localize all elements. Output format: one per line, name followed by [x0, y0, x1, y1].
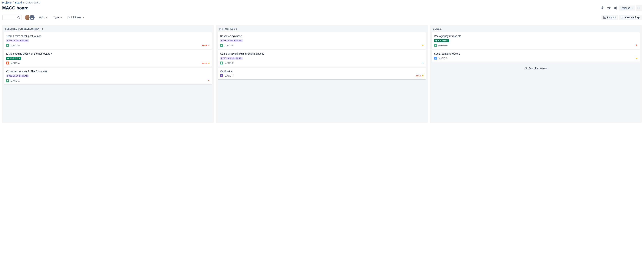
settings-icon: [621, 16, 624, 19]
chevron-down-icon: [82, 16, 84, 19]
epic-filter[interactable]: Epic: [38, 15, 49, 20]
search-icon: [17, 16, 20, 19]
quick-filters[interactable]: Quick filters: [66, 15, 86, 20]
issue-key[interactable]: MACC-7: [224, 75, 234, 77]
issue-card[interactable]: Social content: Week 2MACC-3: [432, 50, 640, 62]
issue-key[interactable]: MACC-1: [10, 79, 20, 82]
svg-point-9: [622, 18, 622, 18]
svg-point-10: [525, 67, 527, 69]
star-icon[interactable]: [606, 5, 612, 11]
column-header: IN PROGRESS 3: [217, 27, 427, 33]
story-icon: [6, 79, 9, 82]
epic-label[interactable]: QUICK WINS: [6, 57, 21, 60]
svg-point-3: [638, 8, 638, 8]
card-title: Comp. Analysis: Multifunctional spaces: [220, 52, 424, 55]
avatar-unassigned[interactable]: [29, 15, 35, 20]
type-filter[interactable]: Type: [52, 15, 64, 20]
card-title: Team health check post-launch: [6, 35, 210, 38]
issue-key[interactable]: MACC-2: [224, 62, 234, 65]
epic-label[interactable]: FY23 LAUNCH PLAN: [6, 75, 29, 77]
card-title: Quick wins: [220, 70, 424, 73]
task-icon: [434, 57, 437, 60]
insights-icon: [603, 16, 606, 19]
insights-button[interactable]: Insights: [602, 15, 618, 20]
priority-icon: [421, 44, 424, 47]
automation-icon[interactable]: [600, 5, 605, 11]
story-icon: [6, 44, 9, 47]
issue-key[interactable]: MACC-5: [10, 44, 20, 47]
priority-icon: [635, 57, 638, 59]
breadcrumb-separator: /: [23, 1, 24, 4]
breadcrumb-separator: /: [13, 1, 14, 4]
more-icon[interactable]: [636, 5, 642, 11]
issue-card[interactable]: Comp. Analysis: Multifunctional spacesFY…: [218, 50, 426, 67]
issue-key[interactable]: MACC-8: [224, 44, 234, 47]
svg-point-7: [32, 17, 32, 18]
breadcrumb-current: MACC board: [26, 1, 40, 4]
svg-point-5: [640, 8, 640, 8]
chevron-down-icon: [631, 7, 634, 9]
epic-label[interactable]: FY23 LAUNCH PLAN: [220, 57, 243, 60]
story-icon: [220, 62, 223, 65]
priority-icon: [421, 62, 424, 64]
issue-key[interactable]: MACC-6: [438, 44, 448, 47]
breadcrumb: Projects / Board / MACC board: [2, 1, 642, 4]
priority-icon: [208, 62, 210, 64]
epic-icon: ⚡: [220, 74, 223, 77]
column-header: DONE 2: [431, 27, 641, 33]
svg-point-8: [623, 17, 623, 17]
svg-point-0: [616, 7, 617, 8]
issue-card[interactable]: Is the padding dodgy on the homepage?!QU…: [4, 50, 212, 67]
card-title: Customer persona 1: The Commuter: [6, 70, 210, 73]
epic-label[interactable]: QUICK WINS: [434, 39, 449, 42]
see-older-issues[interactable]: See older issues: [431, 67, 641, 70]
breadcrumb-board[interactable]: Board: [15, 1, 22, 4]
issue-card[interactable]: Team health check post-launchFY23 LAUNCH…: [4, 33, 212, 49]
bug-icon: [6, 62, 9, 65]
issue-card[interactable]: Quick wins⚡MACC-7: [218, 68, 426, 79]
board-column: IN PROGRESS 3Research synthesisFY23 LAUN…: [216, 25, 428, 123]
share-icon[interactable]: [612, 5, 618, 11]
story-icon: [220, 44, 223, 47]
avatar-group[interactable]: [24, 15, 35, 20]
svg-point-6: [18, 17, 19, 18]
epic-label[interactable]: FY23 LAUNCH PLAN: [6, 39, 29, 42]
card-title: Research synthesis: [220, 35, 424, 38]
issue-card[interactable]: Photography refresh plsQUICK WINSMACC-6: [432, 33, 640, 49]
svg-point-1: [614, 8, 615, 9]
svg-point-2: [616, 9, 617, 10]
breadcrumb-projects[interactable]: Projects: [2, 1, 12, 4]
column-header: SELECTED FOR DEVELOPMENT 3: [3, 27, 213, 33]
chevron-down-icon: [45, 16, 48, 19]
story-icon: [434, 44, 437, 47]
card-title: Photography refresh pls: [434, 35, 638, 38]
sprint-dots-icon: [202, 45, 207, 46]
search-input[interactable]: [2, 15, 22, 20]
priority-icon: [208, 79, 210, 82]
view-settings-button[interactable]: View settings: [619, 15, 642, 20]
chevron-down-icon: [60, 16, 62, 19]
priority-icon: [208, 44, 210, 47]
card-title: Is the padding dodgy on the homepage?!: [6, 52, 210, 55]
epic-label[interactable]: FY23 LAUNCH PLAN: [220, 39, 243, 42]
priority-icon: [635, 44, 638, 47]
svg-point-4: [639, 8, 639, 8]
search-icon: [524, 67, 528, 70]
board-column: SELECTED FOR DEVELOPMENT 3Team health ch…: [2, 25, 214, 123]
page-title: MACC board: [2, 6, 28, 11]
issue-key[interactable]: MACC-4: [10, 62, 20, 65]
sprint-dots-icon: [416, 75, 420, 76]
priority-icon: [421, 75, 424, 77]
card-title: Social content: Week 2: [434, 52, 638, 55]
issue-card[interactable]: Customer persona 1: The CommuterFY23 LAU…: [4, 68, 212, 84]
issue-card[interactable]: Research synthesisFY23 LAUNCH PLANMACC-8: [218, 33, 426, 49]
release-button[interactable]: Release: [619, 6, 635, 11]
issue-key[interactable]: MACC-3: [438, 57, 448, 60]
sprint-dots-icon: [202, 63, 207, 64]
board-column: DONE 2Photography refresh plsQUICK WINSM…: [430, 25, 642, 123]
